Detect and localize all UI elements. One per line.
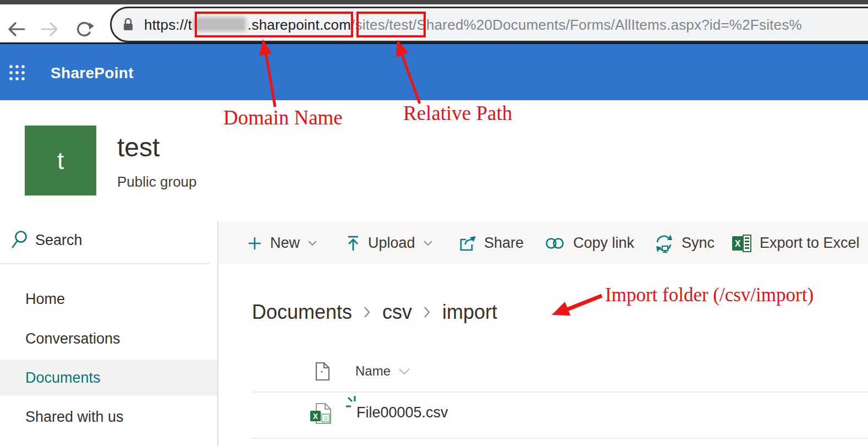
reload-button[interactable] <box>75 21 95 37</box>
file-type-column-icon <box>314 362 331 384</box>
reload-icon <box>89 23 94 30</box>
lock-icon[interactable] <box>121 17 135 35</box>
upload-label: Upload <box>368 235 415 252</box>
site-title: test <box>117 132 160 162</box>
sidebar-item-documents[interactable]: Documents <box>0 360 217 396</box>
breadcrumb-import[interactable]: import <box>442 301 497 324</box>
copy-link-label: Copy link <box>573 235 634 252</box>
svg-text:X: X <box>735 239 741 248</box>
breadcrumb-csv[interactable]: csv <box>382 301 412 324</box>
annotation-relative-path: Relative Path <box>403 101 512 125</box>
forward-icon <box>42 23 57 35</box>
site-privacy-label: Public group <box>117 173 197 191</box>
sidebar-item-home[interactable]: Home <box>0 282 217 316</box>
search-icon <box>11 230 29 252</box>
share-icon <box>459 235 476 252</box>
search-label: Search <box>35 232 83 249</box>
new-button[interactable]: New <box>247 222 317 264</box>
share-button[interactable]: Share <box>459 222 524 264</box>
file-row-name[interactable]: File00005.csv <box>356 404 448 421</box>
sidebar-item-shared-with-us[interactable]: Shared with us <box>0 400 217 434</box>
row-divider <box>252 391 868 393</box>
new-label: New <box>270 235 300 252</box>
sidebar-divider <box>0 263 211 264</box>
back-icon <box>9 23 24 35</box>
suite-bar-app-name[interactable]: SharePoint <box>51 64 134 82</box>
annotation-import-folder: Import folder (/csv/import) <box>605 284 814 306</box>
back-button[interactable] <box>7 21 26 37</box>
forward-button[interactable] <box>40 21 59 37</box>
window-title-strip <box>0 0 868 4</box>
relative-path-highlight-box <box>356 12 426 37</box>
copy-link-button[interactable]: Copy link <box>545 222 634 264</box>
breadcrumb-chevron-icon <box>423 306 431 319</box>
svg-text:X: X <box>313 412 318 421</box>
row-divider <box>252 438 868 439</box>
upload-icon <box>346 235 360 252</box>
upload-button[interactable]: Upload <box>346 222 433 264</box>
breadcrumb-chevron-icon <box>363 306 371 319</box>
breadcrumb: Documents csv import <box>252 301 497 324</box>
site-logo[interactable]: t <box>25 126 96 195</box>
export-to-excel-button[interactable]: X Export to Excel <box>732 222 860 264</box>
export-label: Export to Excel <box>760 235 860 252</box>
sidebar: Search Home Conversations Documents Shar… <box>0 217 218 446</box>
copy-link-icon <box>545 236 565 251</box>
sharepoint-browser-window: https://t.sharepoint.com/sites/test/Shar… <box>0 0 868 446</box>
chevron-down-icon <box>398 368 410 375</box>
svg-text:a: a <box>324 414 328 422</box>
command-toolbar: New Upload Share Copy link Sync <box>218 222 868 264</box>
share-label: Share <box>484 235 524 252</box>
sharepoint-suite-bar: SharePoint <box>0 44 868 100</box>
search-input[interactable]: Search <box>0 222 218 259</box>
url-remainder: /Shared%20Documents/Forms/AllItems.aspx?… <box>413 17 802 33</box>
url-scheme: https://t <box>144 17 192 33</box>
annotation-domain-name: Domain Name <box>223 106 343 129</box>
chevron-down-icon <box>423 240 433 246</box>
sync-button[interactable]: Sync <box>654 222 715 264</box>
excel-icon: X <box>732 234 752 253</box>
chevron-down-icon <box>307 240 317 246</box>
sidebar-item-conversations[interactable]: Conversations <box>0 322 217 356</box>
csv-file-icon[interactable]: a X <box>310 403 333 428</box>
sync-icon <box>654 233 674 253</box>
breadcrumb-documents[interactable]: Documents <box>252 301 352 324</box>
sync-label: Sync <box>682 235 715 252</box>
plus-icon <box>247 236 262 251</box>
domain-highlight-box <box>195 12 353 37</box>
name-column-header[interactable]: Name <box>355 363 410 379</box>
name-column-label: Name <box>355 363 391 379</box>
app-launcher-waffle-icon[interactable] <box>7 63 28 86</box>
